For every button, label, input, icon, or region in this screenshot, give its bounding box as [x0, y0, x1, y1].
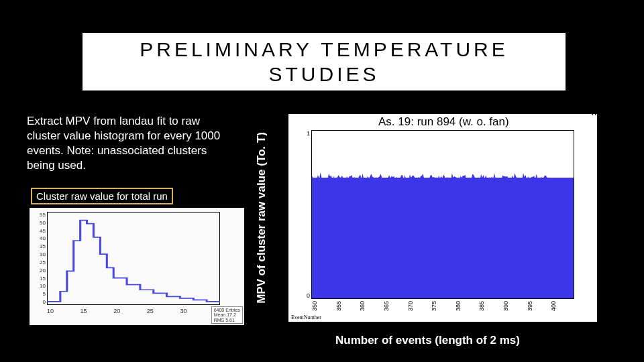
main-chart-axis-sublabel: EventNumber	[291, 314, 321, 320]
small-chart-legend: 6400 Entries Mean 17.2 RMS 5.61	[211, 306, 243, 324]
title-box: PRELIMINARY TEMPERATURE STUDIES	[80, 31, 568, 93]
main-chart-jagged-edge	[312, 172, 553, 184]
main-chart-plot	[311, 130, 574, 299]
small-chart-caption: Cluster raw value for total run	[31, 188, 173, 204]
main-chart-bars	[312, 178, 574, 298]
main-chart-xlabel: Number of events (length of 2 ms)	[335, 334, 520, 347]
main-chart-yticks: 01	[291, 130, 310, 299]
main-chart-title: As. 19: run 894 (w. o. fan)	[378, 115, 509, 129]
page-title: PRELIMINARY TEMPERATURE STUDIES	[83, 37, 566, 87]
explain-text: Extract MPV from landau fit to raw clust…	[27, 114, 235, 173]
small-chart-yticks: 0510152025303540455055	[31, 212, 46, 305]
main-chart-xticks: 350355360365370375380385390395400	[311, 302, 574, 311]
main-chart: 01 350355360365370375380385390395400 Eve…	[288, 114, 597, 322]
value-label: value	[590, 107, 609, 118]
small-chart-line	[47, 212, 220, 305]
small-chart-xticks: 101520253035	[47, 308, 220, 317]
small-chart: 0510152025303540455055 101520253035 6400…	[30, 208, 244, 325]
main-chart-side-label: QU.Cpix2_0 Cluster raw value vs event nu…	[601, 114, 612, 322]
main-chart-ylabel: MPV of cluster raw value (To. T)	[255, 114, 268, 322]
